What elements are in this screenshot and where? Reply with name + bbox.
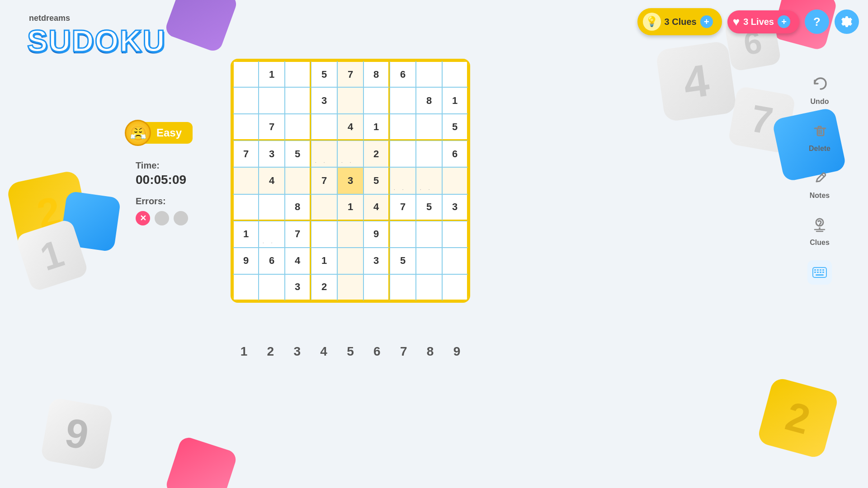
cell-5-0[interactable] — [232, 194, 259, 221]
cell-7-7[interactable] — [416, 248, 442, 274]
cell-8-1[interactable] — [259, 274, 285, 301]
number-button-5[interactable]: 5 — [340, 342, 360, 361]
cell-0-8[interactable] — [442, 61, 468, 87]
cell-4-1[interactable]: 4 — [259, 167, 285, 194]
cell-3-6[interactable] — [390, 141, 416, 167]
cell-7-2[interactable]: 4 — [285, 248, 311, 274]
number-button-2[interactable]: 2 — [260, 342, 280, 361]
cell-4-5[interactable]: 5 — [363, 167, 390, 194]
cell-5-6[interactable]: 7 — [390, 194, 416, 221]
cell-3-4[interactable]: ·· — [337, 141, 363, 167]
add-clues-button[interactable]: + — [700, 15, 713, 28]
number-button-6[interactable]: 6 — [367, 342, 387, 361]
cell-6-0[interactable]: 1 — [232, 221, 259, 248]
cell-5-7[interactable]: 5 — [416, 194, 442, 221]
cell-3-0[interactable]: 7 — [232, 141, 259, 167]
cell-7-5[interactable]: 3 — [363, 248, 390, 274]
cell-7-0[interactable]: 9 — [232, 248, 259, 274]
cell-2-8[interactable]: 5 — [442, 114, 468, 141]
cell-3-1[interactable]: 3 — [259, 141, 285, 167]
cell-8-2[interactable]: 3 — [285, 274, 311, 301]
cell-1-8[interactable]: 1 — [442, 87, 468, 114]
cell-5-2[interactable]: 8 — [285, 194, 311, 221]
number-button-4[interactable]: 4 — [314, 342, 334, 361]
cell-5-5[interactable]: 4 — [363, 194, 390, 221]
cell-0-3[interactable]: 5 — [311, 61, 337, 87]
undo-button[interactable]: Undo — [808, 72, 831, 106]
cell-2-5[interactable]: 1 — [363, 114, 390, 141]
help-button[interactable]: ? — [805, 9, 829, 34]
cell-8-3[interactable]: 2 — [311, 274, 337, 301]
cell-6-3[interactable] — [311, 221, 337, 248]
cell-7-1[interactable]: 6 — [259, 248, 285, 274]
cell-6-8[interactable] — [442, 221, 468, 248]
cell-7-8[interactable] — [442, 248, 468, 274]
cell-2-1[interactable]: 7 — [259, 114, 285, 141]
cell-4-2[interactable] — [285, 167, 311, 194]
cell-4-7[interactable]: ·· — [416, 167, 442, 194]
cell-2-2[interactable] — [285, 114, 311, 141]
cell-3-7[interactable] — [416, 141, 442, 167]
cell-2-0[interactable] — [232, 114, 259, 141]
cell-1-1[interactable] — [259, 87, 285, 114]
number-button-3[interactable]: 3 — [287, 342, 307, 361]
number-button-1[interactable]: 1 — [234, 342, 254, 361]
cell-6-1[interactable]: ·· — [259, 221, 285, 248]
cell-0-4[interactable]: 7 — [337, 61, 363, 87]
cell-4-3[interactable]: 7 — [311, 167, 337, 194]
number-button-9[interactable]: 9 — [447, 342, 467, 361]
cell-5-3[interactable] — [311, 194, 337, 221]
cell-2-6[interactable] — [390, 114, 416, 141]
cell-3-8[interactable]: 6 — [442, 141, 468, 167]
cell-0-5[interactable]: 8 — [363, 61, 390, 87]
cell-1-2[interactable] — [285, 87, 311, 114]
cell-3-5[interactable]: 2 — [363, 141, 390, 167]
cell-3-3[interactable]: ·· — [311, 141, 337, 167]
cell-1-0[interactable] — [232, 87, 259, 114]
cell-1-4[interactable] — [337, 87, 363, 114]
cell-5-4[interactable]: 1 — [337, 194, 363, 221]
cell-2-4[interactable]: 4 — [337, 114, 363, 141]
cell-4-0[interactable] — [232, 167, 259, 194]
cell-8-7[interactable] — [416, 274, 442, 301]
cell-6-6[interactable] — [390, 221, 416, 248]
cell-1-6[interactable] — [390, 87, 416, 114]
cell-0-7[interactable] — [416, 61, 442, 87]
cell-4-6[interactable]: ·· — [390, 167, 416, 194]
cell-1-3[interactable]: 3 — [311, 87, 337, 114]
cell-8-4[interactable] — [337, 274, 363, 301]
number-button-7[interactable]: 7 — [394, 342, 414, 361]
cell-6-7[interactable] — [416, 221, 442, 248]
cell-5-1[interactable] — [259, 194, 285, 221]
cell-8-5[interactable] — [363, 274, 390, 301]
add-lives-button[interactable]: + — [778, 15, 790, 28]
cell-1-5[interactable] — [363, 87, 390, 114]
cell-6-5[interactable]: 9 — [363, 221, 390, 248]
cell-0-2[interactable] — [285, 61, 311, 87]
cell-0-6[interactable]: 6 — [390, 61, 416, 87]
cell-6-2[interactable]: 7 — [285, 221, 311, 248]
lives-button[interactable]: ♥ 3 Lives + — [727, 10, 799, 33]
number-button-8[interactable]: 8 — [420, 342, 440, 361]
cell-0-1[interactable]: 1 — [259, 61, 285, 87]
cell-4-4[interactable]: 3 — [337, 167, 363, 194]
cell-1-7[interactable]: 8 — [416, 87, 442, 114]
delete-button[interactable]: Delete — [808, 119, 831, 153]
clues-tool-button[interactable]: Clues — [808, 213, 831, 247]
cell-7-6[interactable]: 5 — [390, 248, 416, 274]
cell-2-7[interactable] — [416, 114, 442, 141]
cell-7-4[interactable] — [337, 248, 363, 274]
notes-button[interactable]: Notes — [808, 166, 831, 200]
cell-5-8[interactable]: 3 — [442, 194, 468, 221]
settings-button[interactable] — [835, 9, 859, 34]
cell-8-8[interactable] — [442, 274, 468, 301]
cell-4-8[interactable] — [442, 167, 468, 194]
cell-3-2[interactable]: 5 — [285, 141, 311, 167]
clues-button[interactable]: 💡 3 Clues + — [637, 8, 722, 35]
cell-8-0[interactable] — [232, 274, 259, 301]
cell-6-4[interactable] — [337, 221, 363, 248]
cell-2-3[interactable] — [311, 114, 337, 141]
cell-8-6[interactable] — [390, 274, 416, 301]
cell-0-0[interactable] — [232, 61, 259, 87]
keyboard-button[interactable] — [807, 260, 832, 285]
